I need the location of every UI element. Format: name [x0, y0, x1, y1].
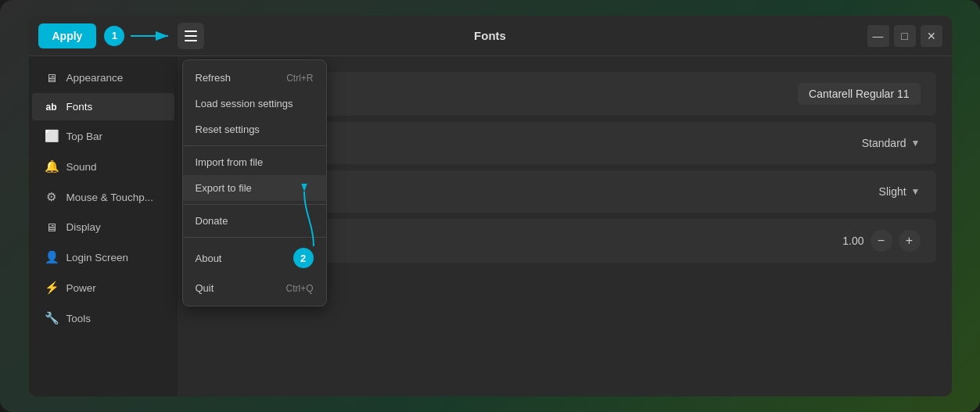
login-icon: 👤 — [45, 250, 59, 264]
annotation-arrow-1 — [127, 28, 174, 44]
sidebar-item-topbar[interactable]: ⬜ Top Bar — [32, 121, 174, 151]
tools-icon: 🔧 — [45, 311, 59, 325]
menu-item-shortcut: Ctrl+Q — [285, 283, 313, 294]
sidebar-item-label: Display — [66, 221, 101, 233]
menu-item-label: About — [196, 253, 222, 264]
scaling-value: 1.00 − + — [836, 230, 921, 252]
menu-item-shortcut: Ctrl+R — [286, 73, 313, 84]
fonts-icon: ab — [45, 102, 59, 113]
menu-item-reset-settings[interactable]: Reset settings — [183, 116, 326, 142]
power-icon: ⚡ — [45, 281, 59, 295]
window-title: Fonts — [474, 29, 506, 42]
sidebar-item-label: Fonts — [66, 101, 93, 113]
sidebar-item-label: Top Bar — [66, 131, 103, 142]
sidebar: 🖥 Appearance ab Fonts ⬜ Top Bar 🔔 Sound … — [29, 56, 178, 396]
sidebar-item-label: Appearance — [66, 72, 124, 84]
scaling-decrease-button[interactable]: − — [871, 230, 892, 252]
sidebar-item-appearance[interactable]: 🖥 Appearance — [32, 63, 174, 92]
menu-item-load-session[interactable]: Load session settings — [183, 91, 326, 116]
sidebar-item-fonts[interactable]: ab Fonts — [32, 93, 174, 120]
font-value: Cantarell Regular 11 — [798, 83, 920, 105]
sidebar-item-display[interactable]: 🖥 Display — [32, 213, 174, 242]
sidebar-item-login[interactable]: 👤 Login Screen — [32, 242, 174, 272]
scaling-increase-button[interactable]: + — [899, 230, 921, 252]
annotation-badge-1: 1 — [104, 26, 124, 46]
sound-icon: 🔔 — [45, 159, 59, 174]
window-controls: — □ ✕ — [867, 25, 942, 47]
menu-item-export-file[interactable]: Export to file — [183, 175, 326, 201]
menu-separator-3 — [183, 237, 326, 238]
antialiasing-dropdown-icon[interactable]: ▼ — [911, 138, 921, 149]
mouse-icon: ⚙ — [45, 190, 59, 204]
close-button[interactable]: ✕ — [921, 25, 942, 47]
dropdown-menu: Refresh Ctrl+R Load session settings Res… — [182, 59, 327, 306]
hinting-dropdown-icon[interactable]: ▼ — [911, 186, 921, 197]
hinting-value: Slight ▼ — [879, 185, 921, 198]
menu-item-label: Import from file — [196, 156, 264, 168]
appearance-icon: 🖥 — [45, 71, 59, 84]
menu-item-label: Reset settings — [196, 124, 260, 135]
sidebar-item-label: Tools — [66, 313, 92, 324]
menu-item-import-file[interactable]: Import from file — [183, 149, 326, 175]
maximize-button[interactable]: □ — [894, 25, 916, 47]
menu-item-donate[interactable]: Donate — [183, 208, 326, 234]
sidebar-item-mouse[interactable]: ⚙ Mouse & Touchp... — [32, 182, 174, 212]
menu-item-refresh[interactable]: Refresh Ctrl+R — [183, 65, 326, 91]
sidebar-item-label: Mouse & Touchp... — [66, 192, 154, 203]
sidebar-item-sound[interactable]: 🔔 Sound — [32, 152, 174, 181]
main-window: Apply 1 Fonts — — [29, 16, 952, 396]
hinting-selected: Slight — [879, 185, 906, 198]
annotation-badge-2: 2 — [293, 248, 314, 268]
hamburger-button[interactable] — [178, 23, 204, 49]
body-area: 🖥 Appearance ab Fonts ⬜ Top Bar 🔔 Sound … — [29, 56, 952, 396]
menu-item-label: Export to file — [196, 182, 252, 194]
hamburger-icon — [185, 30, 197, 41]
sidebar-item-power[interactable]: ⚡ Power — [32, 273, 174, 303]
sidebar-item-label: Login Screen — [66, 252, 129, 263]
app-outer: Apply 1 Fonts — — [0, 0, 980, 412]
sidebar-item-label: Power — [66, 282, 96, 294]
display-icon: 🖥 — [45, 220, 59, 234]
menu-item-label: Load session settings — [196, 98, 293, 109]
menu-item-about[interactable]: About 2 — [183, 241, 326, 275]
menu-item-label: Donate — [196, 215, 228, 227]
menu-separator-1 — [183, 145, 326, 146]
minimize-button[interactable]: — — [867, 25, 889, 47]
font-picker-button[interactable]: Cantarell Regular 11 — [798, 83, 920, 105]
menu-item-label: Quit — [196, 282, 214, 294]
titlebar: Apply 1 Fonts — — [29, 16, 952, 56]
antialiasing-selected: Standard — [862, 137, 906, 149]
menu-separator-2 — [183, 204, 326, 205]
sidebar-item-tools[interactable]: 🔧 Tools — [32, 303, 174, 333]
antialiasing-value: Standard ▼ — [862, 137, 921, 149]
sidebar-item-label: Sound — [66, 161, 97, 173]
topbar-icon: ⬜ — [45, 129, 59, 143]
scaling-number: 1.00 — [836, 235, 864, 247]
menu-item-label: Refresh — [196, 72, 232, 84]
menu-item-quit[interactable]: Quit Ctrl+Q — [183, 275, 326, 301]
apply-button[interactable]: Apply — [38, 23, 97, 48]
